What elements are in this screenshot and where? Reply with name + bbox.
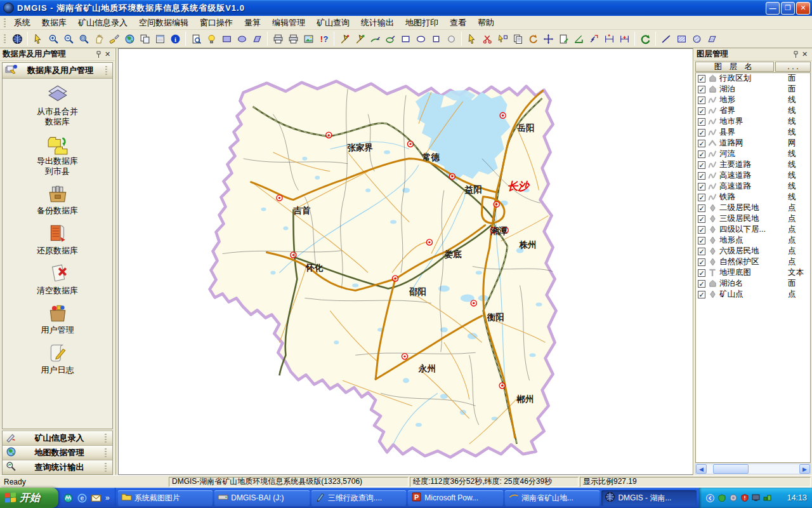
- form-button[interactable]: [152, 31, 167, 46]
- pen-shape-button[interactable]: [383, 31, 398, 46]
- layer-row[interactable]: ✓湖泊名面: [696, 278, 810, 289]
- layer-row[interactable]: ✓县界线: [696, 127, 810, 138]
- layer-checkbox[interactable]: ✓: [698, 291, 705, 298]
- layer-checkbox[interactable]: ✓: [698, 237, 705, 244]
- taskbar-task-5[interactable]: e湖南省矿山地...: [505, 490, 600, 506]
- menu-item-1[interactable]: 系统: [8, 15, 36, 30]
- group-button-map-data[interactable]: 地图数据管理: [3, 445, 112, 460]
- hunan-map[interactable]: 张家界常德岳阳吉首益阳长沙湘潭株州娄底怀化邵阳衡阳永州郴州: [119, 49, 693, 474]
- menu-item-12[interactable]: 帮助: [472, 15, 500, 30]
- layer-panel-hscrollbar[interactable]: ◀ ▶: [695, 464, 811, 474]
- image-export-button[interactable]: [301, 31, 316, 46]
- layer-checkbox[interactable]: ✓: [698, 118, 705, 126]
- taskbar-task-2[interactable]: DMGIS-BAI (J:): [214, 490, 310, 506]
- brush-button[interactable]: [107, 31, 122, 46]
- copy-stack-button[interactable]: [510, 31, 525, 46]
- app-globe-button[interactable]: [10, 31, 25, 46]
- mail-icon[interactable]: [90, 492, 102, 504]
- layer-row[interactable]: ✓二级居民地点: [696, 203, 810, 213]
- zoom-in-button[interactable]: [46, 31, 61, 46]
- dim-a-button[interactable]: *: [601, 31, 617, 46]
- tray-display-icon[interactable]: [751, 493, 761, 503]
- scroll-thumb[interactable]: [713, 464, 749, 474]
- msn-icon[interactable]: [62, 492, 74, 504]
- action-clear-db[interactable]: 清空数据库: [3, 263, 112, 296]
- layer-checkbox[interactable]: ✓: [698, 86, 705, 93]
- shape-poly-button[interactable]: [249, 31, 265, 46]
- layer-row[interactable]: ✓矿山点点: [696, 289, 810, 300]
- circle-outline-button[interactable]: [443, 31, 459, 46]
- quick-launch-more[interactable]: »: [104, 493, 111, 502]
- layer-row[interactable]: ✓地形线: [696, 95, 810, 105]
- print2-button[interactable]: [285, 31, 301, 46]
- action-backup-db[interactable]: 备份数据库: [3, 183, 112, 216]
- menu-item-8[interactable]: 矿山查询: [311, 15, 355, 30]
- tray-network-icon[interactable]: [763, 493, 772, 503]
- layer-row[interactable]: ✓高速道路线: [696, 181, 810, 192]
- dim-b-button[interactable]: [617, 31, 632, 46]
- layer-row[interactable]: ✓地理底图文本: [696, 267, 810, 278]
- pen-line-button[interactable]: [367, 31, 383, 46]
- layer-checkbox[interactable]: ✓: [698, 150, 705, 158]
- layer-checkbox[interactable]: ✓: [698, 172, 705, 180]
- layer-checkbox[interactable]: ✓: [698, 226, 705, 234]
- menu-item-2[interactable]: 数据库: [36, 15, 72, 30]
- flag-a-button[interactable]: [337, 31, 352, 46]
- scroll-right-icon[interactable]: ▶: [799, 464, 810, 474]
- layer-checkbox[interactable]: ✓: [698, 248, 705, 255]
- layer-row[interactable]: ✓地形点点: [696, 235, 810, 246]
- layer-checkbox[interactable]: ✓: [698, 140, 705, 147]
- ie-icon[interactable]: e: [76, 492, 88, 504]
- layer-row[interactable]: ✓河流线: [696, 149, 810, 159]
- menu-item-9[interactable]: 统计输出: [355, 15, 400, 30]
- shape-rect-button[interactable]: [219, 31, 234, 46]
- zoom-extent-button[interactable]: [76, 31, 91, 46]
- layer-checkbox[interactable]: ✓: [698, 107, 705, 115]
- menu-item-3[interactable]: 矿山信息录入: [72, 15, 133, 30]
- copy-map-button[interactable]: [137, 31, 152, 46]
- square-outline-button[interactable]: [428, 31, 443, 46]
- layer-more-column-button[interactable]: . . .: [775, 62, 811, 72]
- layer-row[interactable]: ✓三级居民地点: [696, 213, 810, 224]
- rotate-button[interactable]: [525, 31, 540, 46]
- layer-checkbox[interactable]: ✓: [698, 183, 705, 190]
- hatch-circle-button[interactable]: [689, 31, 704, 46]
- lamp-button[interactable]: [204, 31, 219, 46]
- layer-row[interactable]: ✓六级居民地点: [696, 246, 810, 257]
- layer-row[interactable]: ✓四级以下居...点: [696, 224, 810, 235]
- zoom-out-button[interactable]: [61, 31, 76, 46]
- shape-ellipse-button[interactable]: [234, 31, 249, 46]
- start-button[interactable]: 开始: [0, 488, 58, 508]
- hatch-para-button[interactable]: [704, 31, 719, 46]
- close-panel-icon[interactable]: ✕: [800, 50, 809, 59]
- line-diag-button[interactable]: [658, 31, 674, 46]
- layer-row[interactable]: ✓地市界线: [696, 116, 810, 127]
- menu-item-11[interactable]: 查看: [444, 15, 472, 30]
- layer-checkbox[interactable]: ✓: [698, 97, 705, 104]
- layer-checkbox[interactable]: ✓: [698, 258, 705, 266]
- action-user-mgmt[interactable]: 用户管理: [3, 302, 112, 335]
- scroll-left-icon[interactable]: ◀: [696, 464, 707, 474]
- move-node-button[interactable]: [495, 31, 510, 46]
- tray-security-icon[interactable]: [740, 493, 749, 503]
- menu-item-6[interactable]: 量算: [239, 15, 266, 30]
- layer-name-column-button[interactable]: 图 层 名: [695, 62, 774, 72]
- layer-checkbox[interactable]: ✓: [698, 129, 705, 137]
- tray-arrow-icon[interactable]: [705, 493, 715, 503]
- scroll-track[interactable]: [707, 464, 799, 474]
- layer-row[interactable]: ✓自然保护区点: [696, 257, 810, 267]
- taskbar-task-1[interactable]: 系统截图图片: [118, 490, 213, 506]
- tray-green-icon[interactable]: [717, 493, 726, 503]
- layer-checkbox[interactable]: ✓: [698, 269, 705, 277]
- action-user-log[interactable]: 用户日志: [3, 342, 112, 375]
- menu-item-5[interactable]: 窗口操作: [194, 15, 239, 30]
- layer-checkbox[interactable]: ✓: [698, 161, 705, 169]
- doc-edit-button[interactable]: [556, 31, 571, 46]
- menu-item-10[interactable]: 地图打印: [400, 15, 444, 30]
- layer-checkbox[interactable]: ✓: [698, 204, 705, 212]
- rect-outline-button[interactable]: [398, 31, 413, 46]
- pin-icon[interactable]: [790, 50, 800, 59]
- move-cross-button[interactable]: [540, 31, 556, 46]
- taskbar-task-4[interactable]: PMicrosoft Pow...: [408, 490, 503, 506]
- menu-item-7[interactable]: 编辑管理: [266, 15, 311, 30]
